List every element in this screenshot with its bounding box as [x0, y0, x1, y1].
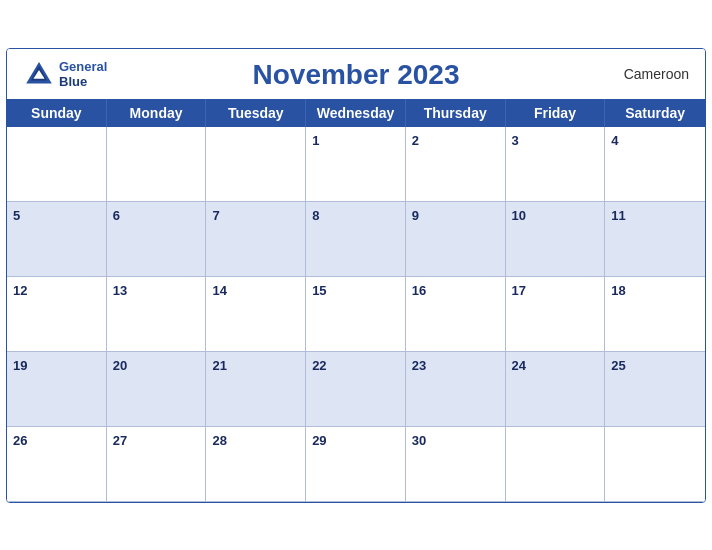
calendar: General Blue November 2023 Cameroon Sund…: [6, 48, 706, 503]
cal-cell: [107, 127, 207, 202]
date-number: 11: [611, 208, 625, 223]
country-label: Cameroon: [624, 66, 689, 82]
date-number: 22: [312, 358, 326, 373]
date-number: 27: [113, 433, 127, 448]
day-header-saturday: Saturday: [605, 99, 705, 127]
date-number: 30: [412, 433, 426, 448]
cal-cell: 30: [406, 427, 506, 502]
date-number: 4: [611, 133, 618, 148]
day-header-wednesday: Wednesday: [306, 99, 406, 127]
date-number: 13: [113, 283, 127, 298]
date-number: 23: [412, 358, 426, 373]
date-number: 16: [412, 283, 426, 298]
date-number: 25: [611, 358, 625, 373]
cal-cell: [605, 427, 705, 502]
date-number: 19: [13, 358, 27, 373]
day-header-tuesday: Tuesday: [206, 99, 306, 127]
cal-cell: 11: [605, 202, 705, 277]
cal-cell: 5: [7, 202, 107, 277]
date-number: 18: [611, 283, 625, 298]
day-header-sunday: Sunday: [7, 99, 107, 127]
day-header-monday: Monday: [107, 99, 207, 127]
logo-text: General Blue: [59, 59, 107, 89]
date-number: 29: [312, 433, 326, 448]
cal-cell: 18: [605, 277, 705, 352]
cal-cell: 3: [506, 127, 606, 202]
date-number: 1: [312, 133, 319, 148]
date-number: 24: [512, 358, 526, 373]
cal-cell: 15: [306, 277, 406, 352]
generalblue-logo-icon: [23, 58, 55, 90]
cal-cell: 21: [206, 352, 306, 427]
cal-cell: 4: [605, 127, 705, 202]
cal-cell: 14: [206, 277, 306, 352]
date-number: 2: [412, 133, 419, 148]
cal-cell: [7, 127, 107, 202]
cal-cell: 24: [506, 352, 606, 427]
calendar-header: General Blue November 2023 Cameroon: [7, 49, 705, 99]
date-number: 7: [212, 208, 219, 223]
date-number: 20: [113, 358, 127, 373]
cal-cell: 7: [206, 202, 306, 277]
date-number: 28: [212, 433, 226, 448]
cal-cell: 8: [306, 202, 406, 277]
date-number: 3: [512, 133, 519, 148]
date-number: 5: [13, 208, 20, 223]
cal-cell: 26: [7, 427, 107, 502]
date-number: 17: [512, 283, 526, 298]
date-number: 14: [212, 283, 226, 298]
cal-cell: 19: [7, 352, 107, 427]
cal-cell: 20: [107, 352, 207, 427]
cal-cell: 10: [506, 202, 606, 277]
date-number: 6: [113, 208, 120, 223]
cal-cell: 16: [406, 277, 506, 352]
cal-cell: 17: [506, 277, 606, 352]
date-number: 21: [212, 358, 226, 373]
cal-cell: 27: [107, 427, 207, 502]
cal-cell: 29: [306, 427, 406, 502]
date-number: 8: [312, 208, 319, 223]
date-number: 15: [312, 283, 326, 298]
day-headers: Sunday Monday Tuesday Wednesday Thursday…: [7, 99, 705, 127]
cal-cell: 9: [406, 202, 506, 277]
date-number: 10: [512, 208, 526, 223]
date-number: 9: [412, 208, 419, 223]
cal-cell: 2: [406, 127, 506, 202]
cal-cell: 22: [306, 352, 406, 427]
cal-cell: [206, 127, 306, 202]
cal-cell: 25: [605, 352, 705, 427]
cal-cell: 12: [7, 277, 107, 352]
date-number: 12: [13, 283, 27, 298]
cal-cell: 6: [107, 202, 207, 277]
cal-cell: 28: [206, 427, 306, 502]
cal-cell: [506, 427, 606, 502]
day-header-friday: Friday: [506, 99, 606, 127]
cal-cell: 23: [406, 352, 506, 427]
cal-cell: 1: [306, 127, 406, 202]
calendar-title: November 2023: [252, 59, 459, 91]
cal-cell: 13: [107, 277, 207, 352]
calendar-grid: 1234567891011121314151617181920212223242…: [7, 127, 705, 502]
logo-area: General Blue: [23, 58, 107, 90]
date-number: 26: [13, 433, 27, 448]
day-header-thursday: Thursday: [406, 99, 506, 127]
